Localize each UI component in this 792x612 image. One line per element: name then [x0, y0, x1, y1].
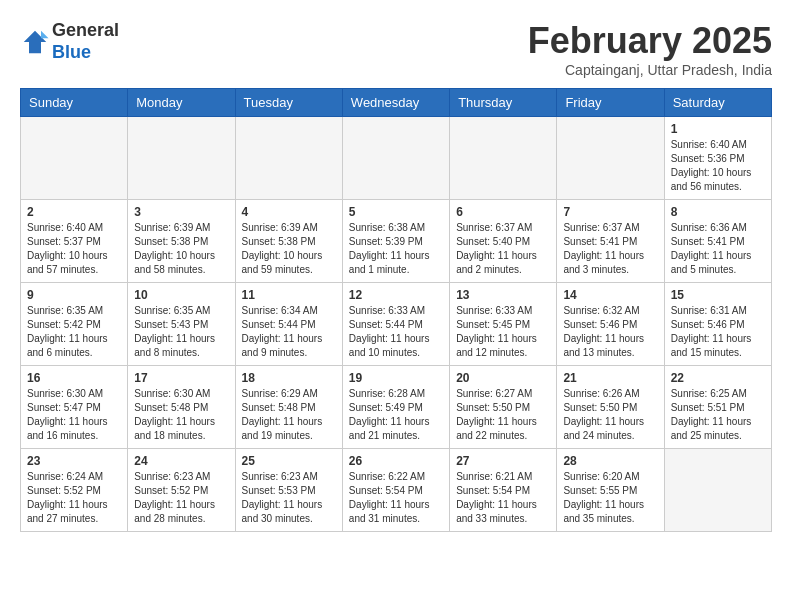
day-info: Sunrise: 6:33 AM Sunset: 5:45 PM Dayligh…	[456, 304, 550, 360]
svg-marker-1	[41, 30, 49, 38]
day-info: Sunrise: 6:37 AM Sunset: 5:40 PM Dayligh…	[456, 221, 550, 277]
calendar-cell: 12Sunrise: 6:33 AM Sunset: 5:44 PM Dayli…	[342, 283, 449, 366]
calendar-cell: 26Sunrise: 6:22 AM Sunset: 5:54 PM Dayli…	[342, 449, 449, 532]
day-number: 12	[349, 288, 443, 302]
day-info: Sunrise: 6:23 AM Sunset: 5:52 PM Dayligh…	[134, 470, 228, 526]
calendar-cell: 9Sunrise: 6:35 AM Sunset: 5:42 PM Daylig…	[21, 283, 128, 366]
calendar-cell: 1Sunrise: 6:40 AM Sunset: 5:36 PM Daylig…	[664, 117, 771, 200]
calendar-cell: 11Sunrise: 6:34 AM Sunset: 5:44 PM Dayli…	[235, 283, 342, 366]
calendar-cell: 27Sunrise: 6:21 AM Sunset: 5:54 PM Dayli…	[450, 449, 557, 532]
day-info: Sunrise: 6:39 AM Sunset: 5:38 PM Dayligh…	[134, 221, 228, 277]
location: Captainganj, Uttar Pradesh, India	[528, 62, 772, 78]
day-number: 23	[27, 454, 121, 468]
day-info: Sunrise: 6:36 AM Sunset: 5:41 PM Dayligh…	[671, 221, 765, 277]
calendar-cell	[557, 117, 664, 200]
title-area: February 2025 Captainganj, Uttar Pradesh…	[528, 20, 772, 78]
day-number: 19	[349, 371, 443, 385]
calendar-cell: 15Sunrise: 6:31 AM Sunset: 5:46 PM Dayli…	[664, 283, 771, 366]
weekday-header-row: SundayMondayTuesdayWednesdayThursdayFrid…	[21, 89, 772, 117]
calendar-cell	[21, 117, 128, 200]
day-info: Sunrise: 6:25 AM Sunset: 5:51 PM Dayligh…	[671, 387, 765, 443]
calendar-table: SundayMondayTuesdayWednesdayThursdayFrid…	[20, 88, 772, 532]
day-info: Sunrise: 6:35 AM Sunset: 5:43 PM Dayligh…	[134, 304, 228, 360]
calendar-cell: 14Sunrise: 6:32 AM Sunset: 5:46 PM Dayli…	[557, 283, 664, 366]
logo-blue-text: Blue	[52, 42, 91, 62]
week-row-1: 1Sunrise: 6:40 AM Sunset: 5:36 PM Daylig…	[21, 117, 772, 200]
day-number: 21	[563, 371, 657, 385]
calendar-cell: 23Sunrise: 6:24 AM Sunset: 5:52 PM Dayli…	[21, 449, 128, 532]
day-number: 14	[563, 288, 657, 302]
calendar-cell: 16Sunrise: 6:30 AM Sunset: 5:47 PM Dayli…	[21, 366, 128, 449]
day-number: 16	[27, 371, 121, 385]
calendar-cell: 10Sunrise: 6:35 AM Sunset: 5:43 PM Dayli…	[128, 283, 235, 366]
calendar-cell	[342, 117, 449, 200]
day-number: 3	[134, 205, 228, 219]
week-row-4: 16Sunrise: 6:30 AM Sunset: 5:47 PM Dayli…	[21, 366, 772, 449]
day-number: 26	[349, 454, 443, 468]
day-info: Sunrise: 6:34 AM Sunset: 5:44 PM Dayligh…	[242, 304, 336, 360]
day-number: 6	[456, 205, 550, 219]
day-info: Sunrise: 6:20 AM Sunset: 5:55 PM Dayligh…	[563, 470, 657, 526]
day-number: 1	[671, 122, 765, 136]
day-number: 13	[456, 288, 550, 302]
week-row-2: 2Sunrise: 6:40 AM Sunset: 5:37 PM Daylig…	[21, 200, 772, 283]
calendar-cell: 20Sunrise: 6:27 AM Sunset: 5:50 PM Dayli…	[450, 366, 557, 449]
day-info: Sunrise: 6:24 AM Sunset: 5:52 PM Dayligh…	[27, 470, 121, 526]
weekday-header-thursday: Thursday	[450, 89, 557, 117]
page-header: General Blue February 2025 Captainganj, …	[20, 20, 772, 78]
calendar-cell	[235, 117, 342, 200]
weekday-header-wednesday: Wednesday	[342, 89, 449, 117]
calendar-cell: 25Sunrise: 6:23 AM Sunset: 5:53 PM Dayli…	[235, 449, 342, 532]
day-info: Sunrise: 6:40 AM Sunset: 5:36 PM Dayligh…	[671, 138, 765, 194]
day-info: Sunrise: 6:28 AM Sunset: 5:49 PM Dayligh…	[349, 387, 443, 443]
day-info: Sunrise: 6:26 AM Sunset: 5:50 PM Dayligh…	[563, 387, 657, 443]
calendar-cell: 6Sunrise: 6:37 AM Sunset: 5:40 PM Daylig…	[450, 200, 557, 283]
day-number: 10	[134, 288, 228, 302]
calendar-cell: 19Sunrise: 6:28 AM Sunset: 5:49 PM Dayli…	[342, 366, 449, 449]
calendar-cell: 5Sunrise: 6:38 AM Sunset: 5:39 PM Daylig…	[342, 200, 449, 283]
day-number: 24	[134, 454, 228, 468]
calendar-cell: 7Sunrise: 6:37 AM Sunset: 5:41 PM Daylig…	[557, 200, 664, 283]
day-info: Sunrise: 6:39 AM Sunset: 5:38 PM Dayligh…	[242, 221, 336, 277]
day-info: Sunrise: 6:32 AM Sunset: 5:46 PM Dayligh…	[563, 304, 657, 360]
calendar-cell: 18Sunrise: 6:29 AM Sunset: 5:48 PM Dayli…	[235, 366, 342, 449]
calendar-cell: 4Sunrise: 6:39 AM Sunset: 5:38 PM Daylig…	[235, 200, 342, 283]
day-info: Sunrise: 6:23 AM Sunset: 5:53 PM Dayligh…	[242, 470, 336, 526]
day-number: 25	[242, 454, 336, 468]
day-info: Sunrise: 6:33 AM Sunset: 5:44 PM Dayligh…	[349, 304, 443, 360]
week-row-5: 23Sunrise: 6:24 AM Sunset: 5:52 PM Dayli…	[21, 449, 772, 532]
calendar-cell: 24Sunrise: 6:23 AM Sunset: 5:52 PM Dayli…	[128, 449, 235, 532]
calendar-cell	[128, 117, 235, 200]
weekday-header-saturday: Saturday	[664, 89, 771, 117]
calendar-cell: 17Sunrise: 6:30 AM Sunset: 5:48 PM Dayli…	[128, 366, 235, 449]
day-info: Sunrise: 6:31 AM Sunset: 5:46 PM Dayligh…	[671, 304, 765, 360]
calendar-cell: 28Sunrise: 6:20 AM Sunset: 5:55 PM Dayli…	[557, 449, 664, 532]
day-number: 28	[563, 454, 657, 468]
calendar-cell: 21Sunrise: 6:26 AM Sunset: 5:50 PM Dayli…	[557, 366, 664, 449]
day-info: Sunrise: 6:27 AM Sunset: 5:50 PM Dayligh…	[456, 387, 550, 443]
day-number: 27	[456, 454, 550, 468]
day-number: 7	[563, 205, 657, 219]
calendar-cell: 8Sunrise: 6:36 AM Sunset: 5:41 PM Daylig…	[664, 200, 771, 283]
calendar-cell	[450, 117, 557, 200]
day-info: Sunrise: 6:40 AM Sunset: 5:37 PM Dayligh…	[27, 221, 121, 277]
day-number: 22	[671, 371, 765, 385]
calendar-cell: 3Sunrise: 6:39 AM Sunset: 5:38 PM Daylig…	[128, 200, 235, 283]
day-info: Sunrise: 6:30 AM Sunset: 5:48 PM Dayligh…	[134, 387, 228, 443]
day-number: 8	[671, 205, 765, 219]
day-info: Sunrise: 6:29 AM Sunset: 5:48 PM Dayligh…	[242, 387, 336, 443]
day-info: Sunrise: 6:38 AM Sunset: 5:39 PM Dayligh…	[349, 221, 443, 277]
week-row-3: 9Sunrise: 6:35 AM Sunset: 5:42 PM Daylig…	[21, 283, 772, 366]
calendar-cell: 22Sunrise: 6:25 AM Sunset: 5:51 PM Dayli…	[664, 366, 771, 449]
day-number: 9	[27, 288, 121, 302]
day-info: Sunrise: 6:37 AM Sunset: 5:41 PM Dayligh…	[563, 221, 657, 277]
logo-icon	[20, 27, 50, 57]
day-number: 18	[242, 371, 336, 385]
day-info: Sunrise: 6:21 AM Sunset: 5:54 PM Dayligh…	[456, 470, 550, 526]
calendar-cell: 2Sunrise: 6:40 AM Sunset: 5:37 PM Daylig…	[21, 200, 128, 283]
day-number: 4	[242, 205, 336, 219]
day-info: Sunrise: 6:35 AM Sunset: 5:42 PM Dayligh…	[27, 304, 121, 360]
weekday-header-monday: Monday	[128, 89, 235, 117]
logo-general-text: General	[52, 20, 119, 40]
day-info: Sunrise: 6:30 AM Sunset: 5:47 PM Dayligh…	[27, 387, 121, 443]
